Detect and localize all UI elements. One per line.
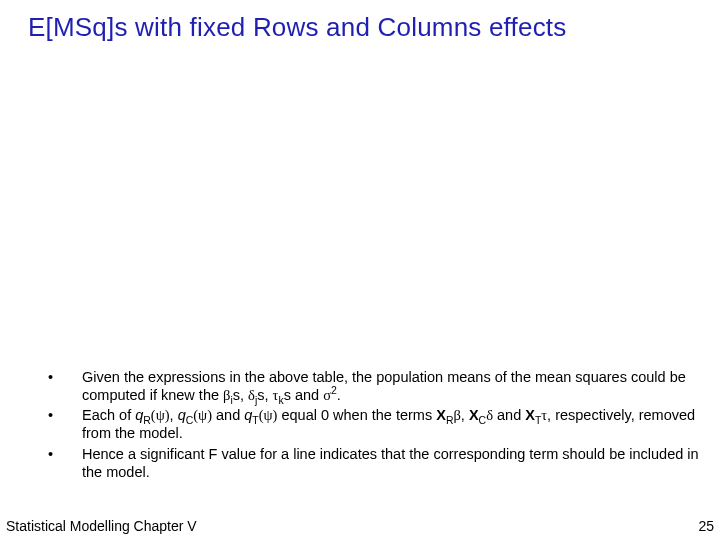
bullet-text: Hence a significant F value for a line i… (82, 445, 700, 481)
bullet-text: Given the expressions in the above table… (82, 368, 700, 404)
list-item: • Given the expressions in the above tab… (42, 368, 700, 404)
bullet-marker: • (42, 368, 82, 404)
page-number: 25 (698, 518, 714, 534)
list-item: • Each of qR(ψ), qC(ψ) and qT(ψ) equal 0… (42, 406, 700, 442)
list-item: • Hence a significant F value for a line… (42, 445, 700, 481)
slide-title: E[MSq]s with fixed Rows and Columns effe… (0, 0, 720, 43)
bullet-marker: • (42, 445, 82, 481)
bullet-text: Each of qR(ψ), qC(ψ) and qT(ψ) equal 0 w… (82, 406, 700, 442)
footer-left: Statistical Modelling Chapter V (6, 518, 197, 534)
bullet-marker: • (42, 406, 82, 442)
bullet-list: • Given the expressions in the above tab… (42, 368, 700, 483)
